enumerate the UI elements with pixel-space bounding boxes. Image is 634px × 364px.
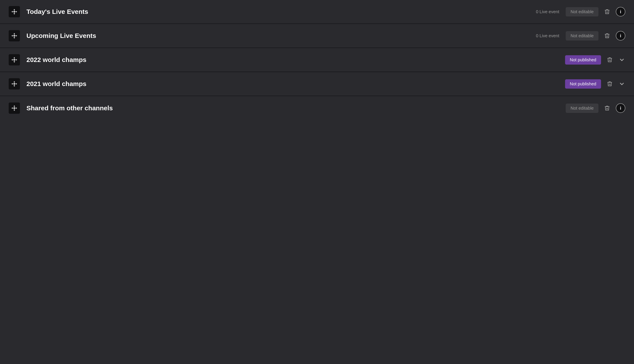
svg-marker-29	[14, 110, 15, 111]
svg-marker-17	[16, 59, 17, 61]
playlist-item-shared-from-other-channels: Shared from other channelsNot editable i	[0, 96, 634, 120]
svg-marker-0	[14, 9, 15, 10]
svg-marker-3	[16, 11, 17, 12]
drag-handle-icon[interactable]	[9, 102, 20, 114]
svg-marker-24	[16, 83, 17, 85]
svg-marker-21	[14, 81, 15, 82]
delete-button[interactable]	[603, 7, 611, 16]
badge-not-editable: Not editable	[566, 104, 598, 113]
svg-marker-9	[12, 35, 13, 36]
delete-button[interactable]	[605, 80, 614, 88]
playlist-item-upcoming-live-events: Upcoming Live Events0 Live eventNot edit…	[0, 24, 634, 48]
item-controls: Not editable i	[566, 103, 625, 113]
svg-marker-16	[12, 59, 13, 61]
playlist-item-todays-live-events: Today's Live Events0 Live eventNot edita…	[0, 0, 634, 24]
playlist-item-2021-world-champs: 2021 world champsNot published	[0, 72, 634, 96]
item-controls: Not published	[565, 79, 625, 88]
delete-button[interactable]	[603, 104, 611, 112]
item-controls: 0 Live eventNot editable i	[536, 31, 625, 40]
live-event-count: 0 Live event	[536, 33, 559, 38]
delete-button[interactable]	[605, 56, 614, 64]
svg-marker-31	[16, 107, 17, 109]
item-title: 2022 world champs	[27, 56, 565, 64]
drag-handle-icon[interactable]	[9, 30, 20, 42]
svg-marker-8	[14, 37, 15, 39]
info-button[interactable]: i	[616, 103, 625, 113]
expand-chevron-button[interactable]	[618, 56, 625, 63]
badge-not-editable: Not editable	[566, 7, 598, 16]
drag-handle-icon[interactable]	[9, 6, 20, 17]
svg-marker-1	[14, 13, 15, 15]
item-controls: 0 Live eventNot editable i	[536, 7, 625, 16]
info-button[interactable]: i	[616, 31, 625, 40]
drag-handle-icon[interactable]	[9, 78, 20, 90]
item-title: Today's Live Events	[27, 8, 536, 16]
expand-chevron-button[interactable]	[618, 80, 625, 87]
playlist-list: Today's Live Events0 Live eventNot edita…	[0, 0, 634, 120]
svg-marker-23	[12, 83, 13, 85]
playlist-item-2022-world-champs: 2022 world champsNot published	[0, 48, 634, 72]
svg-marker-22	[14, 85, 15, 87]
delete-button[interactable]	[603, 32, 611, 40]
svg-marker-30	[12, 107, 13, 109]
svg-marker-7	[14, 33, 15, 34]
item-controls: Not published	[565, 55, 625, 64]
svg-marker-15	[14, 61, 15, 63]
svg-marker-2	[12, 11, 13, 12]
badge-not-editable: Not editable	[566, 31, 598, 40]
live-event-count: 0 Live event	[536, 9, 559, 14]
svg-marker-10	[16, 35, 17, 36]
item-title: Upcoming Live Events	[27, 32, 536, 40]
svg-marker-28	[14, 105, 15, 107]
badge-not-published[interactable]: Not published	[565, 55, 601, 64]
item-title: Shared from other channels	[27, 104, 566, 112]
item-title: 2021 world champs	[27, 80, 565, 88]
svg-marker-14	[14, 57, 15, 58]
drag-handle-icon[interactable]	[9, 54, 20, 66]
info-button[interactable]: i	[616, 7, 625, 16]
badge-not-published[interactable]: Not published	[565, 79, 601, 88]
